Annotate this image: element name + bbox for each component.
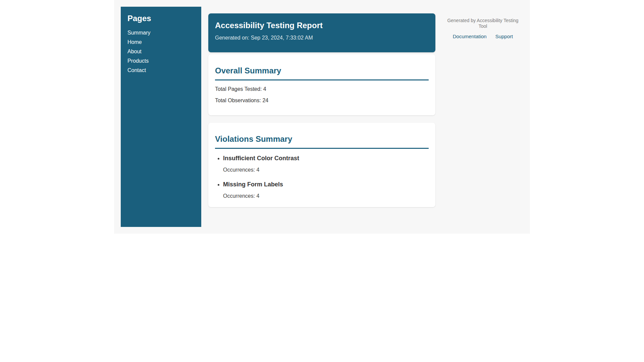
app-container: Pages Summary Home About Products Contac… [114, 0, 530, 234]
footer-info: Generated by Accessibility Testing Tool … [442, 7, 523, 227]
violation-occurrences: Occurrences: 4 [223, 193, 429, 199]
total-observations: Total Observations: 24 [215, 97, 429, 104]
report-header-card: Accessibility Testing Report Generated o… [208, 13, 435, 52]
overall-summary-card: Overall Summary Total Pages Tested: 4 To… [208, 54, 435, 115]
sidebar-item-about[interactable]: About [127, 48, 195, 55]
total-pages-tested: Total Pages Tested: 4 [215, 86, 429, 92]
sidebar-item-contact[interactable]: Contact [127, 67, 195, 73]
documentation-link[interactable]: Documentation [453, 34, 487, 40]
sidebar-item-products[interactable]: Products [127, 58, 195, 64]
main-content: Accessibility Testing Report Generated o… [208, 7, 435, 227]
violations-list: Insufficient Color Contrast Occurrences:… [215, 155, 429, 199]
violations-summary-heading: Violations Summary [215, 134, 429, 149]
generated-by-text: Generated by Accessibility Testing Tool [442, 18, 523, 29]
page: Pages Summary Home About Products Contac… [0, 0, 644, 362]
violation-name: Missing Form Labels [223, 181, 429, 188]
overall-summary-heading: Overall Summary [215, 66, 429, 80]
violation-item: Insufficient Color Contrast Occurrences:… [223, 155, 429, 173]
violation-item: Missing Form Labels Occurrences: 4 [223, 181, 429, 199]
sidebar-title: Pages [127, 14, 195, 23]
generated-on-text: Generated on: Sep 23, 2024, 7:33:02 AM [215, 35, 429, 41]
footer-links: Documentation Support [442, 34, 523, 40]
sidebar-item-home[interactable]: Home [127, 39, 195, 45]
support-link[interactable]: Support [495, 34, 513, 40]
sidebar-item-summary[interactable]: Summary [127, 29, 195, 36]
violation-name: Insufficient Color Contrast [223, 155, 429, 162]
violations-summary-card: Violations Summary Insufficient Color Co… [208, 123, 435, 207]
sidebar-nav: Summary Home About Products Contact [127, 29, 195, 73]
report-title: Accessibility Testing Report [215, 20, 429, 30]
violation-occurrences: Occurrences: 4 [223, 167, 429, 173]
sidebar: Pages Summary Home About Products Contac… [121, 7, 201, 227]
